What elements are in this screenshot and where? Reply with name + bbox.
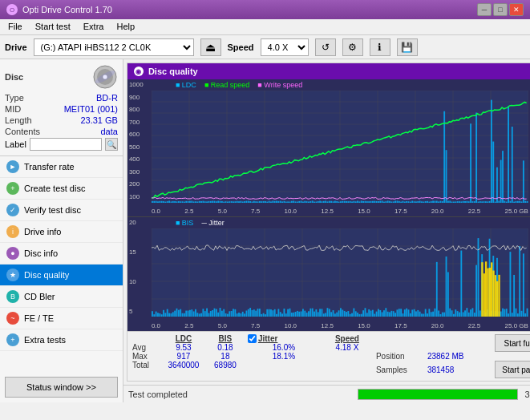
refresh-button[interactable]: ↺ [315,38,336,56]
save-button[interactable]: 💾 [397,38,418,56]
sidebar-item-fe-te[interactable]: ~ FE / TE [0,308,123,329]
speed-label: Speed [228,42,254,52]
type-value: BD-R [96,93,118,103]
max-ldc: 917 [164,352,203,361]
extra-tests-icon: + [6,333,19,346]
menu-help[interactable]: Help [111,21,140,33]
position-label: Position [376,352,424,361]
y-axis-100: 100 [129,193,144,200]
disc-quality-panel: ◉ Disc quality ■ LDC ■ Read speed ■ Writ… [127,63,530,382]
disc-quality-label: Disc quality [24,270,69,280]
jitter-legend: ─ Jitter [201,219,224,227]
mid-label: MID [5,104,21,114]
ldc-col-header: LDC [164,334,203,343]
max-label: Max [132,352,161,361]
sidebar-item-transfer-rate[interactable]: ► Transfer rate [0,156,123,178]
sidebar-item-drive-info[interactable]: i Drive info [0,221,123,243]
status-time: 33:13 [524,390,530,399]
length-label: Length [5,115,32,125]
total-bis: 68980 [206,361,245,370]
mid-value: MEIT01 (001) [64,104,118,114]
drive-select[interactable]: (G:) ATAPI iHBS112 2 CL0K [34,38,194,56]
create-test-disc-label: Create test disc [24,184,85,193]
bis-y-10-l: 10 [129,278,136,285]
stats-left: LDC BIS Jitter Speed Avg 9.53 0.18 16.0% [132,334,371,370]
disc-svg-icon [92,64,118,90]
disc-info-icon: ● [6,247,19,260]
disc-panel-title: Disc [5,72,23,82]
sidebar-item-extra-tests[interactable]: + Extra tests [0,329,123,351]
length-value: 23.31 GB [80,115,117,125]
y-axis-900: 900 [129,94,144,101]
disc-quality-title: Disc quality [148,67,198,76]
samples-label: Samples [376,365,424,374]
disc-info-label: Disc info [24,248,58,258]
y-axis-200: 200 [129,180,144,188]
jitter-col-header: Jitter [258,334,277,343]
start-part-button[interactable]: Start part [495,361,530,378]
progress-bar-fill [358,390,517,399]
fe-te-label: FE / TE [24,313,54,323]
fe-te-icon: ~ [6,312,19,325]
menu-file[interactable]: File [3,21,27,33]
contents-label: Contents [5,127,40,136]
menu-extra[interactable]: Extra [79,21,109,33]
stats-right: Start full Position 23862 MB Samples 381… [376,334,530,378]
y-axis-400: 400 [129,155,144,163]
extra-tests-label: Extra tests [24,335,66,345]
disc-label-input[interactable] [30,138,102,151]
top-chart [152,91,528,203]
sidebar-nav: ► Transfer rate + Create test disc ✓ Ver… [0,156,123,372]
transfer-rate-label: Transfer rate [24,162,75,172]
bis-y-15-l: 15 [129,248,136,256]
speed-select[interactable]: 4.0 X [261,38,309,56]
max-bis: 18 [206,352,245,361]
verify-test-disc-label: Verify test disc [24,205,81,215]
drive-bar: Drive (G:) ATAPI iHBS112 2 CL0K ⏏ Speed … [0,35,530,59]
bis-col-header: BIS [206,334,245,343]
menu-bar: File Start test Extra Help [0,19,530,35]
bis-y-5-l: 5 [129,308,136,315]
maximize-button[interactable]: □ [493,3,508,16]
disc-quality-header-icon: ◉ [134,67,144,76]
avg-speed: 4.18 X [323,343,371,352]
minimize-button[interactable]: ─ [477,3,492,16]
disc-quality-header: ◉ Disc quality [127,63,530,79]
cd-bler-label: CD Bler [24,292,55,301]
sidebar-item-create-test-disc[interactable]: + Create test disc [0,178,123,200]
menu-start-test[interactable]: Start test [30,21,75,33]
sidebar-item-disc-info[interactable]: ● Disc info [0,243,123,265]
sidebar-item-verify-test-disc[interactable]: ✓ Verify test disc [0,200,123,221]
y-axis-300: 300 [129,168,144,176]
total-label: Total [132,361,161,370]
settings-button[interactable]: ⚙ [342,38,363,56]
start-full-button[interactable]: Start full [495,334,530,352]
status-window-button[interactable]: Status window >> [5,377,118,398]
disc-label-text: Label [5,139,26,149]
avg-ldc: 9.53 [164,343,203,352]
status-text: Test completed [128,390,351,399]
drive-label: Drive [5,42,27,52]
progress-bar [358,389,518,400]
samples-value: 381458 [427,365,492,374]
disc-quality-icon: ★ [6,269,19,281]
avg-label: Avg [132,343,161,352]
create-test-disc-icon: + [6,182,19,195]
type-label: Type [5,93,24,103]
info-button[interactable]: ℹ [370,38,390,56]
max-jitter: 18.1% [248,352,320,361]
title-bar: O Opti Drive Control 1.70 ─ □ ✕ [0,0,530,19]
disc-label-btn[interactable]: 🔍 [105,138,118,151]
sidebar-item-disc-quality[interactable]: ★ Disc quality [0,265,123,286]
y-axis-600: 600 [129,131,144,138]
jitter-checkbox[interactable] [248,334,257,343]
sidebar-item-cd-bler[interactable]: B CD Bler [0,286,123,308]
disc-info-panel: Disc Type BD-R MID MEIT01 (001) Length [0,59,123,156]
verify-test-disc-icon: ✓ [6,204,19,216]
bis-y-20-l: 20 [129,219,136,226]
content-area: ◉ Disc quality ■ LDC ■ Read speed ■ Writ… [123,59,530,402]
y-axis-800: 800 [129,106,144,113]
eject-button[interactable]: ⏏ [200,38,221,56]
app-title: Opti Drive Control 1.70 [22,5,112,14]
close-button[interactable]: ✕ [509,3,524,16]
